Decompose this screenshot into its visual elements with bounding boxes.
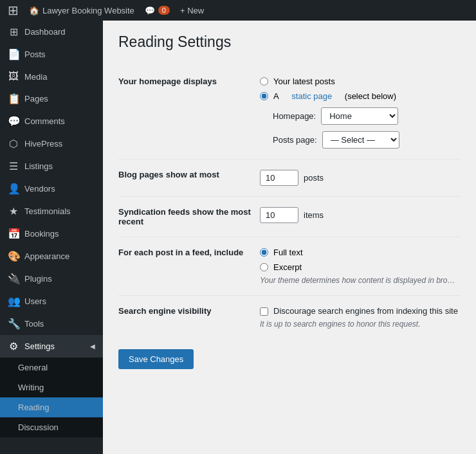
syndication-row: Syndication feeds show the most recent i… [118, 197, 461, 237]
sidebar-item-appearance[interactable]: 🎨 Appearance [0, 245, 103, 268]
syndication-input[interactable] [260, 207, 298, 223]
full-text-label: Full text [273, 248, 303, 257]
search-engine-checkbox-label[interactable]: Discourage search engines from indexing … [273, 306, 458, 316]
sidebar-item-label: HivePress [24, 139, 62, 149]
users-icon: 👥 [8, 295, 19, 307]
blog-pages-row: Blog pages show at most posts [118, 159, 461, 197]
syndication-suffix: items [304, 210, 324, 220]
sidebar-item-label: Plugins [24, 274, 52, 284]
feed-radio-group: Full text Excerpt [260, 248, 461, 272]
comments-link[interactable]: 💬 0 [145, 6, 170, 15]
sidebar-item-settings[interactable]: ⚙ Settings ◀ [0, 335, 103, 358]
homepage-displays-label: Your homepage displays [118, 66, 260, 159]
homepage-dropdown-row: Homepage: Home [260, 107, 461, 125]
sidebar-item-label: Tools [24, 319, 44, 329]
search-engine-control: Discourage search engines from indexing … [260, 296, 461, 340]
sidebar-item-label: Comments [24, 116, 65, 126]
submenu-item-general[interactable]: General [0, 358, 103, 377]
posts-page-dropdown-row: Posts page: — Select — [260, 131, 461, 149]
excerpt-radio[interactable] [260, 263, 268, 271]
sidebar-item-label: Posts [24, 50, 46, 59]
content-area: Reading Settings Your homepage displays … [103, 21, 476, 454]
plugins-icon: 🔌 [8, 273, 19, 285]
sidebar-item-pages[interactable]: 📋 Pages [0, 87, 103, 110]
blog-pages-control: posts [260, 159, 461, 197]
search-engine-checkbox-row: Discourage search engines from indexing … [260, 306, 461, 316]
sidebar-item-label: Appearance [24, 251, 69, 261]
sidebar-item-vendors[interactable]: 👤 Vendors [0, 177, 103, 200]
pages-icon: 📋 [8, 93, 19, 105]
homepage-displays-row: Your homepage displays Your latest posts… [118, 66, 461, 159]
settings-submenu: General Writing Reading Discussion [0, 358, 103, 437]
chevron-right-icon: ◀ [90, 343, 95, 350]
posts-icon: 📄 [8, 48, 19, 60]
sidebar-item-tools[interactable]: 🔧 Tools [0, 313, 103, 335]
comments-icon: 💬 [145, 6, 155, 15]
posts-page-select[interactable]: — Select — [322, 131, 399, 149]
sidebar-item-label: Testimonials [24, 206, 71, 216]
full-text-option[interactable]: Full text [260, 248, 461, 257]
blog-pages-input[interactable] [260, 170, 298, 186]
vendors-icon: 👤 [8, 183, 19, 195]
submenu-item-writing[interactable]: Writing [0, 377, 103, 397]
appearance-icon: 🎨 [8, 250, 19, 262]
sidebar-item-label: Users [24, 296, 46, 306]
homepage-radio-group: Your latest posts A static page (select … [260, 77, 461, 101]
blog-pages-suffix: posts [304, 173, 324, 183]
page-title: Reading Settings [118, 33, 461, 51]
sidebar-item-label: Settings [24, 341, 55, 351]
search-engine-helper-text: It is up to search engines to honor this… [260, 320, 461, 329]
wp-logo-icon[interactable]: ⊞ [8, 3, 19, 18]
sidebar-item-bookings[interactable]: 📅 Bookings [0, 222, 103, 245]
sidebar-item-media[interactable]: 🖼 Media [0, 66, 103, 87]
settings-icon: ⚙ [8, 340, 19, 352]
static-page-option[interactable]: A static page (select below) [260, 91, 461, 101]
search-engine-row: Search engine visibility Discourage sear… [118, 296, 461, 340]
sidebar-item-testimonials[interactable]: ★ Testimonials [0, 200, 103, 222]
latest-posts-label: Your latest posts [273, 77, 335, 86]
site-name-link[interactable]: 🏠 Lawyer Booking Website [29, 6, 134, 15]
sidebar-item-comments[interactable]: 💬 Comments [0, 110, 103, 132]
media-icon: 🖼 [8, 71, 19, 82]
save-changes-button[interactable]: Save Changes [118, 349, 194, 369]
sidebar-item-posts[interactable]: 📄 Posts [0, 43, 103, 66]
syndication-control: items [260, 197, 461, 237]
feed-include-label: For each post in a feed, include [118, 237, 260, 296]
search-engine-label: Search engine visibility [118, 296, 260, 340]
dashboard-icon: ⊞ [8, 26, 19, 38]
submenu-item-reading[interactable]: Reading [0, 397, 103, 417]
admin-bar: ⊞ 🏠 Lawyer Booking Website 💬 0 + New [0, 0, 476, 21]
house-icon: 🏠 [29, 6, 39, 15]
sidebar-item-dashboard[interactable]: ⊞ Dashboard [0, 21, 103, 43]
bookings-icon: 📅 [8, 228, 19, 240]
submenu-item-discussion[interactable]: Discussion [0, 417, 103, 437]
syndication-number-row: items [260, 207, 461, 223]
latest-posts-option[interactable]: Your latest posts [260, 77, 461, 86]
homepage-displays-control: Your latest posts A static page (select … [260, 66, 461, 159]
comments-nav-icon: 💬 [8, 115, 19, 127]
testimonials-icon: ★ [8, 205, 19, 217]
hivepress-icon: ⬡ [8, 138, 19, 150]
sidebar-item-listings[interactable]: ☰ Listings [0, 155, 103, 177]
feed-helper-text: Your theme determines how content is dis… [260, 276, 461, 285]
feed-include-row: For each post in a feed, include Full te… [118, 237, 461, 296]
excerpt-option[interactable]: Excerpt [260, 262, 461, 272]
homepage-select[interactable]: Home [321, 107, 398, 125]
full-text-radio[interactable] [260, 248, 268, 257]
static-page-text-a: A [273, 91, 279, 101]
syndication-label: Syndication feeds show the most recent [118, 197, 260, 237]
sidebar-item-label: Dashboard [24, 27, 66, 37]
excerpt-label: Excerpt [273, 262, 302, 272]
sidebar-item-hivepress[interactable]: ⬡ HivePress [0, 132, 103, 155]
new-content-link[interactable]: + New [180, 6, 204, 15]
comments-count: 0 [158, 6, 170, 15]
settings-table: Your homepage displays Your latest posts… [118, 66, 461, 339]
search-engine-checkbox[interactable] [260, 307, 268, 316]
sidebar-item-plugins[interactable]: 🔌 Plugins [0, 268, 103, 290]
sidebar-item-users[interactable]: 👥 Users [0, 290, 103, 313]
static-page-radio[interactable] [260, 92, 268, 100]
tools-icon: 🔧 [8, 318, 19, 330]
static-page-link[interactable]: static page [291, 91, 332, 101]
posts-page-dropdown-label: Posts page: [273, 135, 317, 145]
latest-posts-radio[interactable] [260, 77, 268, 86]
